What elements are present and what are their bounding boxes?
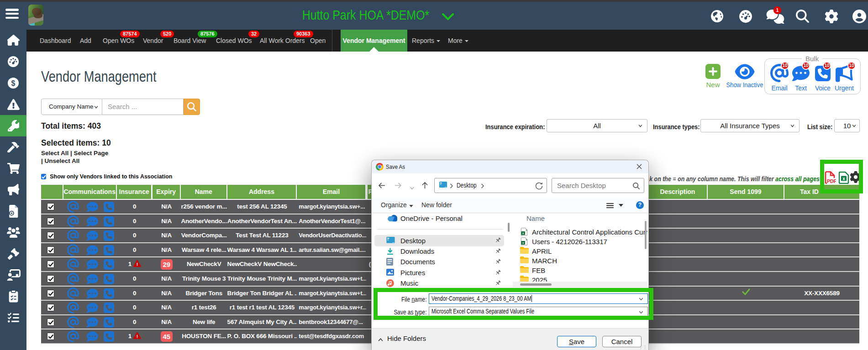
svg-text:!: ! [137, 334, 138, 339]
svg-text:!: ! [137, 262, 138, 267]
svg-text:a: a [526, 228, 527, 231]
svg-text:a: a [526, 238, 527, 240]
